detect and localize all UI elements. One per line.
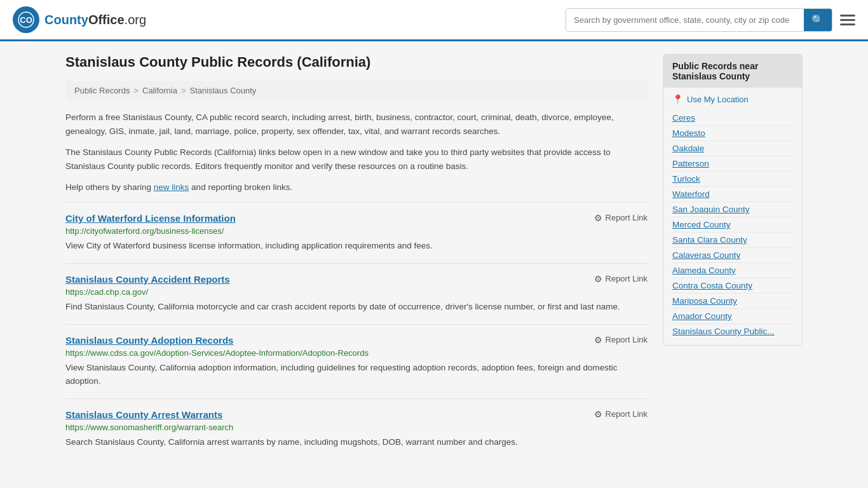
logo-icon: CO (13, 6, 39, 33)
sidebar-link[interactable]: Modesto (672, 126, 793, 141)
sidebar-link[interactable]: Patterson (672, 156, 793, 172)
record-header: Stanislaus County Adoption Records ⚙ Rep… (65, 335, 648, 346)
sidebar-title: Public Records near Stanislaus County (663, 55, 802, 88)
record-item: City of Waterford License Information ⚙ … (65, 202, 648, 263)
description-2: The Stanislaus County Public Records (Ca… (65, 146, 648, 173)
record-desc: Search Stanislaus County, California arr… (65, 436, 648, 449)
page-title: Stanislaus County Public Records (Califo… (65, 54, 648, 71)
record-desc: View Stanislaus County, California adopt… (65, 362, 648, 388)
main-container: Stanislaus County Public Records (Califo… (53, 41, 815, 472)
sidebar-link[interactable]: Turlock (672, 172, 793, 187)
report-link[interactable]: ⚙ Report Link (594, 409, 648, 419)
use-location-label: Use My Location (687, 95, 749, 104)
report-link-icon: ⚙ (594, 409, 602, 419)
sidebar-link[interactable]: Merced County (672, 217, 793, 233)
logo-text: CountyOffice.org (44, 13, 146, 27)
report-link[interactable]: ⚙ Report Link (594, 335, 648, 345)
record-title[interactable]: Stanislaus County Arrest Warrants (65, 409, 222, 420)
new-links-link[interactable]: new links (154, 182, 189, 192)
sidebar: Public Records near Stanislaus County 📍 … (663, 54, 803, 459)
sidebar-link[interactable]: Calaveras County (672, 248, 793, 263)
record-header: City of Waterford License Information ⚙ … (65, 213, 648, 224)
records-container: City of Waterford License Information ⚙ … (65, 202, 648, 459)
breadcrumb: Public Records > California > Stanislaus… (65, 81, 648, 100)
header-right: 🔍 (566, 8, 855, 32)
sidebar-link[interactable]: San Joaquin County (672, 202, 793, 217)
record-url[interactable]: https://www.sonomasheriff.org/warrant-se… (65, 423, 648, 432)
record-item: Stanislaus County Adoption Records ⚙ Rep… (65, 324, 648, 398)
report-link[interactable]: ⚙ Report Link (594, 274, 648, 284)
record-url[interactable]: https://www.cdss.ca.gov/Adoption-Service… (65, 348, 648, 358)
breadcrumb-current: Stanislaus County (190, 86, 257, 95)
site-header: CO CountyOffice.org 🔍 (0, 0, 868, 41)
sidebar-link[interactable]: Contra Costa County (672, 278, 793, 294)
description-3-pre: Help others by sharing (65, 182, 154, 192)
sidebar-links: CeresModestoOakdalePattersonTurlockWater… (672, 111, 793, 339)
report-link[interactable]: ⚙ Report Link (594, 213, 648, 223)
sidebar-link[interactable]: Santa Clara County (672, 233, 793, 248)
sidebar-content: 📍 Use My Location CeresModestoOakdalePat… (663, 88, 802, 345)
svg-text:CO: CO (20, 15, 32, 25)
breadcrumb-public-records[interactable]: Public Records (74, 86, 130, 95)
record-item: Stanislaus County Arrest Warrants ⚙ Repo… (65, 398, 648, 459)
report-link-icon: ⚙ (594, 213, 602, 223)
record-desc: View City of Waterford business license … (65, 240, 648, 253)
breadcrumb-separator-1: > (133, 86, 139, 95)
record-url[interactable]: https://cad.chp.ca.gov/ (65, 287, 648, 297)
record-header: Stanislaus County Accident Reports ⚙ Rep… (65, 274, 648, 285)
content-area: Stanislaus County Public Records (Califo… (65, 54, 648, 459)
menu-button[interactable] (840, 15, 855, 25)
sidebar-link[interactable]: Oakdale (672, 141, 793, 156)
sidebar-link[interactable]: Ceres (672, 111, 793, 126)
logo-area: CO CountyOffice.org (13, 6, 146, 33)
sidebar-link[interactable]: Alameda County (672, 263, 793, 278)
breadcrumb-separator-2: > (181, 86, 186, 95)
use-location[interactable]: 📍 Use My Location (672, 94, 793, 104)
record-title[interactable]: Stanislaus County Accident Reports (65, 274, 230, 285)
record-header: Stanislaus County Arrest Warrants ⚙ Repo… (65, 409, 648, 420)
record-url[interactable]: http://cityofwaterford.org/business-lice… (65, 226, 648, 236)
search-button[interactable]: 🔍 (804, 9, 832, 31)
record-item: Stanislaus County Accident Reports ⚙ Rep… (65, 263, 648, 324)
sidebar-box: Public Records near Stanislaus County 📍 … (663, 54, 803, 346)
description-3: Help others by sharing new links and rep… (65, 180, 648, 194)
breadcrumb-california[interactable]: California (142, 86, 177, 95)
search-bar: 🔍 (566, 8, 832, 32)
report-link-icon: ⚙ (594, 335, 602, 345)
record-title[interactable]: City of Waterford License Information (65, 213, 236, 224)
record-title[interactable]: Stanislaus County Adoption Records (65, 335, 233, 346)
location-icon: 📍 (672, 94, 683, 104)
record-desc: Find Stanislaus County, California motor… (65, 301, 648, 314)
sidebar-link[interactable]: Stanislaus County Public... (672, 324, 793, 339)
sidebar-link[interactable]: Mariposa County (672, 294, 793, 309)
sidebar-link[interactable]: Amador County (672, 309, 793, 324)
sidebar-link[interactable]: Waterford (672, 187, 793, 202)
description-3-post: and reporting broken links. (189, 182, 292, 192)
search-input[interactable] (566, 10, 804, 30)
description-1: Perform a free Stanislaus County, CA pub… (65, 111, 648, 138)
report-link-icon: ⚙ (594, 274, 602, 284)
